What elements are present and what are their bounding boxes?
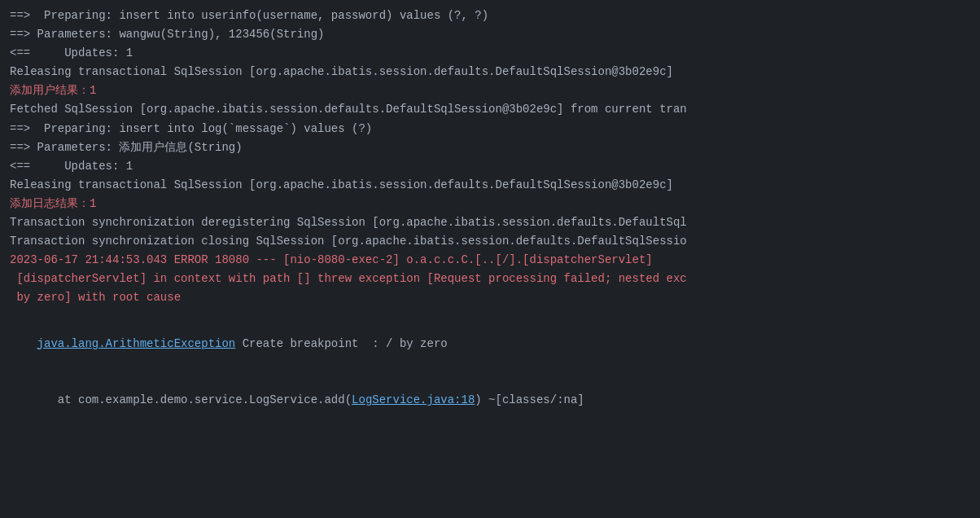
log-line-3: <== Updates: 1 <box>10 44 970 63</box>
log-line-9: <== Updates: 1 <box>10 157 970 176</box>
log-line-6: Fetched SqlSession [org.apache.ibatis.se… <box>10 100 970 119</box>
arithmetic-exception-link[interactable]: java.lang.ArithmeticException <box>37 337 236 350</box>
log-line-8: ==> Parameters: 添加用户信息(String) <box>10 138 970 157</box>
log-line-11: 添加日志结果：1 <box>10 195 970 213</box>
log-line-18: at com.example.demo.service.LogService.a… <box>10 372 970 428</box>
log-line-16: by zero] with root cause <box>10 288 970 307</box>
create-breakpoint-text: Create breakpoint : / by zero <box>235 337 447 350</box>
stacktrace-prefix: at com.example.demo.service.LogService.a… <box>37 393 352 406</box>
log-line-14: 2023-06-17 21:44:53.043 ERROR 18080 --- … <box>10 251 970 270</box>
log-line-4: Releasing transactional SqlSession [org.… <box>10 63 970 81</box>
log-spacer <box>10 308 970 316</box>
log-line-5: 添加用户结果：1 <box>10 81 970 100</box>
log-line-12: Transaction synchronization deregisterin… <box>10 213 970 232</box>
log-service-link[interactable]: LogService.java:18 <box>352 393 475 406</box>
log-line-15: [dispatcherServlet] in context with path… <box>10 270 970 288</box>
log-line-17: java.lang.ArithmeticException Create bre… <box>10 316 970 372</box>
log-line-1: ==> Preparing: insert into userinfo(user… <box>10 7 970 25</box>
log-line-10: Releasing transactional SqlSession [org.… <box>10 176 970 195</box>
log-line-7: ==> Preparing: insert into log(`message`… <box>10 120 970 138</box>
stacktrace-suffix: ) ~[classes/:na] <box>475 393 584 406</box>
log-line-2: ==> Parameters: wangwu(String), 123456(S… <box>10 25 970 44</box>
log-line-13: Transaction synchronization closing SqlS… <box>10 232 970 251</box>
console-output: ==> Preparing: insert into userinfo(user… <box>0 0 980 518</box>
